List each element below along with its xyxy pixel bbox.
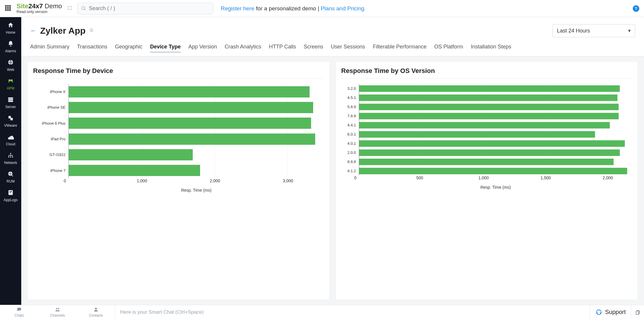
tab-strip: Admin SummaryTransactionsGeographicDevic… bbox=[21, 37, 644, 56]
bar-slot bbox=[359, 167, 632, 175]
expand-icon[interactable] bbox=[67, 6, 72, 11]
channels-icon bbox=[55, 307, 60, 313]
tab-os-platform[interactable]: OS Platform bbox=[434, 44, 463, 53]
bar[interactable] bbox=[359, 149, 620, 156]
contacts-icon bbox=[93, 307, 99, 313]
tab-screens[interactable]: Screens bbox=[304, 44, 323, 53]
bar[interactable] bbox=[359, 168, 627, 174]
sidebar-item-alarms[interactable]: Alarms bbox=[0, 38, 21, 56]
bar-slot bbox=[359, 158, 632, 166]
x-tick-label: 1,000 bbox=[137, 178, 147, 183]
tab-admin-summary[interactable]: Admin Summary bbox=[30, 44, 69, 53]
divider bbox=[341, 78, 632, 79]
search-box bbox=[77, 3, 213, 14]
help-icon[interactable]: ? bbox=[633, 5, 639, 12]
svg-rect-15 bbox=[8, 101, 13, 102]
bottombar-contacts[interactable]: Contacts bbox=[77, 307, 115, 318]
plot-area bbox=[359, 84, 632, 175]
sidebar-item-cloud[interactable]: Cloud bbox=[0, 131, 21, 149]
bar[interactable] bbox=[359, 159, 614, 165]
tab-http-calls[interactable]: HTTP Calls bbox=[269, 44, 296, 53]
y-tick-label: iPhone 7 bbox=[50, 168, 66, 173]
clipboard-icon[interactable] bbox=[631, 305, 644, 319]
charts-grid: Response Time by Device iPhone XiPhone S… bbox=[21, 56, 644, 305]
bar[interactable] bbox=[69, 165, 200, 176]
left-sidebar: HomeAlarmsWebAPMServerVMwareCloudNetwork… bbox=[0, 17, 21, 305]
vmware-icon bbox=[7, 115, 14, 122]
register-link[interactable]: Register here bbox=[221, 5, 254, 12]
bar-slot bbox=[69, 132, 324, 146]
tab-installation-steps[interactable]: Installation Steps bbox=[471, 44, 511, 53]
sidebar-item-applogs[interactable]: AppLogs bbox=[0, 187, 21, 204]
chevron-down-icon: ▾ bbox=[628, 27, 631, 34]
home-icon bbox=[7, 22, 14, 29]
bar[interactable] bbox=[359, 85, 620, 92]
top-bar: Site24x7Demo Read-only version Register … bbox=[0, 0, 644, 17]
y-tick-label: 4.0,1 bbox=[347, 141, 356, 146]
sidebar-item-vmware[interactable]: VMware bbox=[0, 113, 21, 130]
page-menu-icon[interactable] bbox=[89, 28, 94, 34]
bar[interactable] bbox=[359, 131, 595, 138]
y-tick-label: 5.8.9 bbox=[347, 105, 356, 109]
svg-point-18 bbox=[10, 153, 11, 154]
bar[interactable] bbox=[359, 95, 617, 101]
back-arrow-icon[interactable]: ← bbox=[30, 27, 37, 35]
bottombar-channels[interactable]: Channels bbox=[38, 307, 77, 318]
x-tick-label: 0 bbox=[64, 178, 66, 183]
apm-icon bbox=[7, 78, 14, 85]
bar[interactable] bbox=[69, 118, 311, 129]
server-icon bbox=[7, 96, 14, 104]
y-tick-label: 4.5.1 bbox=[347, 95, 356, 100]
bar[interactable] bbox=[69, 102, 313, 113]
sidebar-item-label: APM bbox=[7, 86, 14, 90]
apps-grid-icon[interactable] bbox=[5, 5, 11, 12]
tab-filterable-performance[interactable]: Filterable Performance bbox=[373, 44, 426, 53]
bar[interactable] bbox=[359, 140, 625, 147]
bottombar-chats[interactable]: Chats bbox=[0, 307, 38, 318]
y-tick-label: 8.8.8 bbox=[347, 160, 356, 164]
tab-device-type[interactable]: Device Type bbox=[150, 44, 181, 53]
y-axis-labels: iPhone XiPhone SEiPhone 6 PlusiPad ProGT… bbox=[33, 84, 68, 178]
y-tick-label: iPad Pro bbox=[51, 137, 66, 141]
sidebar-item-apm[interactable]: APM bbox=[0, 75, 21, 93]
main-shell: HomeAlarmsWebAPMServerVMwareCloudNetwork… bbox=[0, 17, 644, 305]
brand-site: Site bbox=[17, 2, 28, 10]
bar-slot bbox=[359, 94, 632, 102]
support-button[interactable]: Support bbox=[590, 305, 631, 319]
bar[interactable] bbox=[69, 134, 315, 145]
y-tick-label: 4.1.2 bbox=[347, 169, 356, 173]
svg-point-30 bbox=[596, 310, 601, 315]
network-icon bbox=[7, 152, 14, 160]
brand-247: 24x7 bbox=[28, 2, 43, 10]
x-tick-label: 1,000 bbox=[478, 175, 489, 180]
svg-rect-5 bbox=[9, 7, 11, 9]
readonly-label: Read-only version bbox=[17, 10, 62, 14]
bar[interactable] bbox=[359, 113, 619, 119]
bar-slot bbox=[69, 148, 324, 162]
bottombar-label: Chats bbox=[14, 313, 24, 318]
smart-chat-input[interactable]: Here is your Smart Chat (Ctrl+Space) bbox=[115, 305, 590, 319]
y-tick-label: 3.2.0 bbox=[347, 86, 356, 91]
timerange-select[interactable]: Last 24 Hours ▾ bbox=[553, 24, 635, 37]
y-tick-label: 4.4.1 bbox=[347, 123, 356, 127]
tab-user-sessions[interactable]: User Sessions bbox=[331, 44, 365, 53]
sidebar-item-network[interactable]: Network bbox=[0, 150, 21, 167]
sidebar-item-rum[interactable]: RUM bbox=[0, 168, 21, 186]
svg-rect-6 bbox=[5, 9, 7, 11]
search-input[interactable] bbox=[77, 3, 213, 14]
sidebar-item-web[interactable]: Web bbox=[0, 57, 21, 74]
tab-geographic[interactable]: Geographic bbox=[115, 44, 142, 53]
svg-point-21 bbox=[12, 157, 13, 158]
bar[interactable] bbox=[359, 104, 619, 110]
tab-app-version[interactable]: App Version bbox=[188, 44, 217, 53]
bar[interactable] bbox=[359, 122, 610, 128]
sidebar-item-home[interactable]: Home bbox=[0, 19, 21, 37]
tab-crash-analytics[interactable]: Crash Analytics bbox=[225, 44, 261, 53]
y-tick-label: GT-I1922 bbox=[50, 152, 66, 157]
bar[interactable] bbox=[69, 86, 310, 97]
bar-slot bbox=[359, 103, 632, 111]
bar[interactable] bbox=[69, 149, 193, 160]
plans-link[interactable]: Plans and Pricing bbox=[321, 5, 365, 12]
tab-transactions[interactable]: Transactions bbox=[77, 44, 107, 53]
sidebar-item-server[interactable]: Server bbox=[0, 94, 21, 111]
